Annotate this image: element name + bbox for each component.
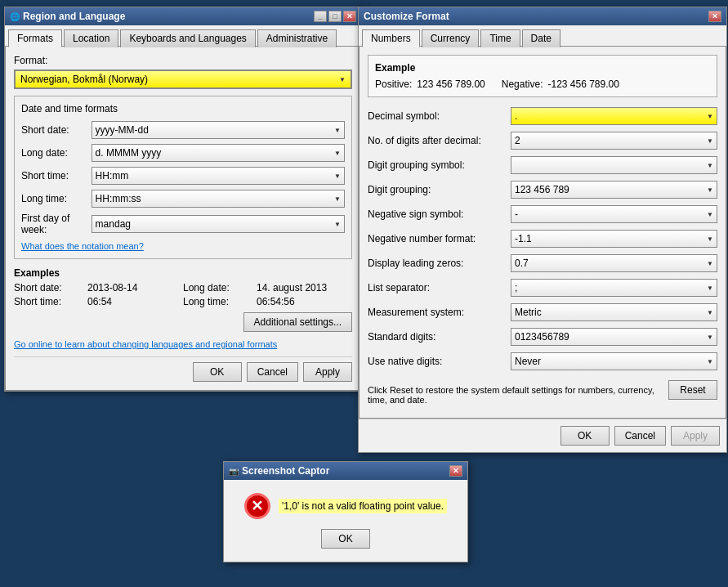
tab-location[interactable]: Location	[64, 29, 118, 47]
tab-keyboards[interactable]: Keyboards and Languages	[120, 29, 255, 47]
short-time-dropdown[interactable]: HH:mm ▼	[92, 167, 345, 185]
error-titlebar: 📷 Screenshot Captor ✕	[224, 462, 467, 480]
region-apply-button[interactable]: Apply	[303, 362, 352, 382]
ex-short-time-label: Short time:	[14, 296, 87, 307]
minimize-btn[interactable]: _	[314, 11, 327, 22]
digits-after-dropdown[interactable]: 2 ▼	[511, 132, 717, 150]
long-date-arrow: ▼	[334, 150, 341, 157]
use-native-digits-label: Use native digits:	[368, 356, 511, 367]
negative-sign-label: Negative sign symbol:	[368, 208, 511, 220]
decimal-symbol-arrow: ▼	[707, 113, 713, 120]
digit-grouping-dropdown[interactable]: 123 456 789 ▼	[511, 181, 717, 199]
tab-numbers[interactable]: Numbers	[362, 29, 420, 47]
list-separator-dropdown[interactable]: ; ▼	[511, 279, 717, 297]
tab-currency[interactable]: Currency	[422, 29, 480, 47]
format-dropdown[interactable]: Norwegian, Bokmål (Norway) ▼	[14, 69, 352, 89]
display-leading-zeros-row: Display leading zeros: 0.7 ▼	[368, 251, 717, 276]
date-time-title: Date and time formats	[21, 103, 345, 114]
tab-formats[interactable]: Formats	[8, 29, 62, 47]
date-time-section: Date and time formats Short date: yyyy-M…	[14, 96, 352, 259]
use-native-digits-dropdown[interactable]: Never ▼	[511, 352, 717, 370]
short-date-label: Short date:	[21, 124, 92, 136]
customize-ok-button[interactable]: OK	[561, 426, 610, 446]
list-separator-arrow: ▼	[707, 285, 713, 292]
screenshot-icon: 📷	[229, 467, 239, 476]
tab-date[interactable]: Date	[522, 29, 561, 47]
digit-grouping-row: Digit grouping: 123 456 789 ▼	[368, 177, 717, 202]
digits-after-label: No. of digits after decimal:	[368, 135, 511, 146]
customize-tab-bar: Numbers Currency Time Date	[359, 25, 726, 47]
measurement-system-label: Measurement system:	[368, 307, 511, 318]
negative-sign-dropdown[interactable]: - ▼	[511, 205, 717, 223]
long-date-dropdown[interactable]: d. MMMM yyyy ▼	[92, 144, 345, 162]
standard-digits-dropdown[interactable]: 0123456789 ▼	[511, 328, 717, 346]
digit-grouping-symbol-arrow: ▼	[707, 162, 713, 169]
error-message: '1,0' is not a valid floating point valu…	[279, 499, 447, 513]
error-close-btn[interactable]: ✕	[449, 465, 462, 477]
digit-grouping-symbol-dropdown[interactable]: ▼	[511, 156, 717, 174]
ex-long-date-val: 14. august 2013	[257, 282, 352, 294]
region-window-titlebar: 🌐 Region and Language _ □ ✕	[5, 7, 361, 25]
short-time-row: Short time: HH:mm ▼	[21, 167, 345, 185]
notation-link[interactable]: What does the notation mean?	[21, 241, 144, 251]
positive-label: Positive:	[375, 78, 412, 90]
first-day-dropdown[interactable]: mandag ▼	[92, 215, 345, 233]
reset-button[interactable]: Reset	[668, 380, 717, 400]
first-day-arrow: ▼	[334, 221, 341, 228]
region-cancel-button[interactable]: Cancel	[247, 362, 298, 382]
customize-cancel-button[interactable]: Cancel	[614, 426, 666, 446]
customize-close-btn[interactable]: ✕	[708, 11, 721, 22]
customize-titlebar: Customize Format ✕	[359, 7, 726, 25]
list-separator-row: List separator: ; ▼	[368, 276, 717, 300]
error-ok-button[interactable]: OK	[321, 529, 370, 549]
decimal-symbol-row: Decimal symbol: . ▼	[368, 104, 717, 128]
close-btn[interactable]: ✕	[343, 11, 356, 22]
use-native-digits-arrow: ▼	[707, 358, 713, 365]
ex-long-time-val: 06:54:56	[257, 296, 352, 307]
digit-grouping-label: Digit grouping:	[368, 184, 511, 195]
tab-time[interactable]: Time	[480, 29, 520, 47]
ex-long-date-label: Long date:	[183, 282, 257, 294]
list-separator-label: List separator:	[368, 282, 511, 294]
ex-long-time-label: Long time:	[183, 296, 257, 307]
use-native-digits-row: Use native digits: Never ▼	[368, 349, 717, 374]
digit-grouping-symbol-row: Digit grouping symbol: ▼	[368, 153, 717, 177]
long-date-row: Long date: d. MMMM yyyy ▼	[21, 144, 345, 162]
decimal-symbol-dropdown[interactable]: . ▼	[511, 107, 717, 125]
long-time-dropdown[interactable]: HH:mm:ss ▼	[92, 190, 345, 208]
standard-digits-label: Standard digits:	[368, 331, 511, 343]
negative-number-format-label: Negative number format:	[368, 233, 511, 244]
format-dropdown-arrow: ▼	[339, 76, 346, 83]
go-online-link[interactable]: Go online to learn about changing langua…	[14, 339, 277, 349]
example-box: Example Positive: 123 456 789.00 Negativ…	[368, 55, 717, 97]
negative-number-format-arrow: ▼	[707, 235, 713, 243]
digits-after-decimal-row: No. of digits after decimal: 2 ▼	[368, 128, 717, 153]
customize-window-title: Customize Format	[364, 11, 449, 22]
region-window-title: Region and Language	[23, 11, 125, 22]
tab-administrative[interactable]: Administrative	[257, 29, 337, 47]
measurement-system-dropdown[interactable]: Metric ▼	[511, 303, 717, 321]
region-icon: 🌐	[10, 12, 20, 21]
additional-settings-button[interactable]: Additional settings...	[243, 312, 352, 332]
format-label: Format:	[14, 55, 352, 66]
maximize-btn[interactable]: □	[328, 11, 342, 22]
short-date-dropdown[interactable]: yyyy-MM-dd ▼	[92, 121, 345, 139]
region-language-window: 🌐 Region and Language _ □ ✕ Formats Loca…	[4, 7, 362, 392]
customize-apply-button[interactable]: Apply	[671, 426, 720, 446]
reset-note: Click Reset to restore the system defaul…	[368, 385, 660, 405]
error-message-row: ✕ '1,0' is not a valid floating point va…	[244, 493, 447, 519]
ex-short-time-val: 06:54	[87, 296, 183, 307]
decimal-symbol-label: Decimal symbol:	[368, 110, 511, 122]
example-label: Example	[375, 62, 710, 74]
negative-number-format-dropdown[interactable]: -1.1 ▼	[511, 230, 717, 248]
display-leading-zeros-dropdown[interactable]: 0.7 ▼	[511, 254, 717, 272]
negative-number-format-row: Negative number format: -1.1 ▼	[368, 226, 717, 251]
positive-value: 123 456 789.00	[417, 78, 485, 90]
negative-label: Negative:	[502, 78, 543, 90]
customize-format-window: Customize Format ✕ Numbers Currency Time…	[358, 7, 727, 453]
ex-short-date-label: Short date:	[14, 282, 87, 294]
error-content: ✕ '1,0' is not a valid floating point va…	[224, 480, 467, 562]
long-time-arrow: ▼	[334, 195, 341, 203]
region-ok-button[interactable]: OK	[193, 362, 242, 382]
long-date-label: Long date:	[21, 147, 92, 159]
